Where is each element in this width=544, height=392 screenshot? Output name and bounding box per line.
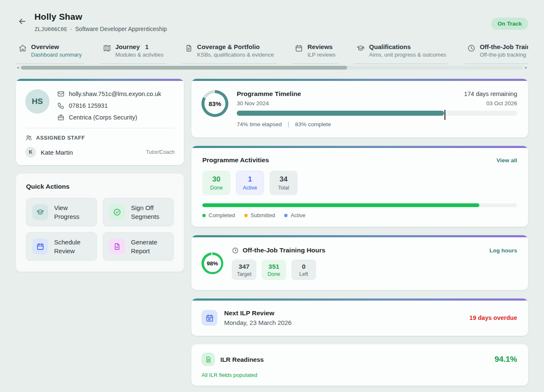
scrollbar-thumb[interactable] bbox=[21, 66, 348, 70]
stat-label: Done bbox=[268, 271, 280, 277]
subtitle-separator: · bbox=[70, 26, 72, 32]
tab-sublabel: ILP reviews bbox=[307, 52, 335, 58]
programme-name: Software Developer Apprenticeship bbox=[75, 26, 167, 32]
completed-dot bbox=[202, 214, 206, 217]
view-progress-button[interactable]: View Progress bbox=[26, 198, 97, 226]
graduation-cap-icon bbox=[356, 44, 365, 52]
calendar-check-icon bbox=[201, 310, 217, 326]
calendar-icon bbox=[32, 239, 48, 254]
stat-value: 351 bbox=[269, 263, 280, 270]
employer-row: Centrica (Corps Security) bbox=[57, 114, 161, 121]
arrow-left-icon bbox=[18, 17, 27, 26]
generate-report-button[interactable]: Generate Report bbox=[103, 232, 174, 261]
programme-activities-card: Programme Activities View all 30 Done 1 … bbox=[191, 146, 528, 227]
quick-actions-title: Quick Actions bbox=[26, 183, 174, 190]
learner-code: ZLJU006C0E bbox=[34, 26, 67, 32]
stat-value: 347 bbox=[239, 263, 250, 270]
assigned-staff-label: ASSIGNED STAFF bbox=[36, 135, 85, 141]
assigned-staff-heading: ASSIGNED STAFF bbox=[25, 134, 175, 141]
activities-title: Programme Activities bbox=[202, 156, 269, 164]
tab-coverage-portfolio[interactable]: Coverage & Portfolio KSBs, qualification… bbox=[182, 42, 277, 64]
log-hours-link[interactable]: Log hours bbox=[489, 247, 517, 254]
today-marker bbox=[445, 110, 445, 120]
learner-employer: Centrica (Corps Security) bbox=[69, 114, 137, 121]
schedule-review-button[interactable]: Schedule Review bbox=[26, 232, 97, 261]
legend-label: Submitted bbox=[251, 212, 275, 218]
days-remaining: 174 days remaining bbox=[464, 91, 517, 97]
stat-label: Left bbox=[299, 271, 308, 277]
stat-total: 34 Total bbox=[269, 171, 298, 195]
otj-percent: 98% bbox=[204, 255, 221, 272]
tab-sublabel: Dashboard summary bbox=[31, 52, 82, 58]
timeline-title: Programme Timeline bbox=[237, 90, 301, 98]
tab-label: Journey bbox=[115, 43, 140, 50]
button-label: Generate Report bbox=[131, 238, 167, 255]
tab-label: Coverage & Portfolio bbox=[197, 43, 260, 50]
ilr-note: All ILR fields populated bbox=[201, 372, 517, 378]
legend-label: Active bbox=[290, 212, 305, 218]
scrollbar-track[interactable] bbox=[21, 66, 523, 70]
complete-label: 83% complete bbox=[295, 121, 331, 127]
back-button[interactable] bbox=[16, 15, 29, 28]
document-icon bbox=[185, 44, 193, 52]
legend-label: Completed bbox=[209, 212, 235, 218]
timeline-progress-donut: 83% bbox=[201, 90, 228, 117]
learner-avatar: HS bbox=[25, 89, 50, 114]
calendar-icon bbox=[295, 44, 303, 52]
divider bbox=[25, 128, 175, 128]
stat-label: Done bbox=[210, 185, 223, 191]
report-file-icon bbox=[109, 239, 125, 254]
tab-reviews[interactable]: Reviews ILP reviews bbox=[292, 42, 338, 64]
phone-icon bbox=[57, 102, 65, 109]
time-elapsed-label: 74% time elapsed bbox=[237, 121, 282, 127]
ilp-review-title: Next ILP Review bbox=[224, 309, 463, 317]
ilp-review-date: Monday, 23 March 2026 bbox=[224, 319, 463, 326]
learner-phone: 07816 125931 bbox=[69, 102, 108, 109]
submitted-dot bbox=[244, 214, 248, 217]
tab-sublabel: KSBs, qualifications & evidence bbox=[197, 52, 274, 58]
ilr-title: ILR Readiness bbox=[220, 356, 489, 363]
active-dot bbox=[284, 214, 288, 217]
tab-qualifications[interactable]: Qualifications Aims, unit progress & out… bbox=[354, 42, 449, 64]
otj-left-tile: 0 Left bbox=[291, 260, 316, 280]
clock-icon bbox=[467, 44, 476, 52]
timeline-progress-fill bbox=[237, 111, 444, 116]
view-all-link[interactable]: View all bbox=[497, 157, 517, 164]
learner-dashboard-page: Holly Shaw ZLJU006C0E · Software Develop… bbox=[0, 0, 544, 392]
activities-legend: Completed Submitted Active bbox=[202, 212, 517, 218]
ilr-file-icon bbox=[201, 353, 215, 366]
tab-label: Qualifications bbox=[369, 43, 411, 50]
end-date: 03 Oct 2026 bbox=[486, 100, 517, 106]
page-header: Holly Shaw ZLJU006C0E · Software Develop… bbox=[16, 12, 528, 32]
tab-off-the-job-training[interactable]: Off-the-Job Training Off-the-job trackin… bbox=[465, 42, 528, 64]
tab-label: Reviews bbox=[307, 43, 332, 50]
scroll-left-arrow[interactable]: ◄ bbox=[16, 65, 20, 70]
tab-overview[interactable]: Overview Dashboard summary bbox=[16, 42, 84, 64]
otj-title: Off-the-Job Training Hours bbox=[243, 247, 325, 254]
next-ilp-review-card: Next ILP Review Monday, 23 March 2026 19… bbox=[191, 299, 528, 336]
sign-off-segments-button[interactable]: Sign Off Segments bbox=[103, 198, 174, 226]
scroll-right-arrow[interactable]: ► bbox=[524, 65, 528, 70]
home-icon bbox=[18, 44, 27, 52]
learner-name: Holly Shaw bbox=[34, 12, 491, 22]
start-date: 30 Nov 2024 bbox=[237, 100, 269, 106]
button-label: View Progress bbox=[54, 203, 91, 221]
stat-label: Target bbox=[237, 271, 251, 277]
learner-subtitle: ZLJU006C0E · Software Developer Apprenti… bbox=[34, 26, 491, 32]
staff-row[interactable]: K Kate Martin Tutor/Coach bbox=[25, 147, 175, 158]
profile-card: HS holly.shaw.751c@lms.exyon.co.uk bbox=[16, 79, 184, 165]
button-label: Schedule Review bbox=[54, 238, 91, 255]
activities-progress-fill bbox=[202, 203, 479, 207]
users-icon bbox=[25, 134, 32, 141]
stat-value: 1 bbox=[248, 175, 252, 184]
timeline-progress-bar bbox=[237, 111, 517, 116]
staff-role: Tutor/Coach bbox=[146, 149, 175, 155]
staff-name: Kate Martin bbox=[41, 149, 141, 156]
stat-label: Total bbox=[278, 185, 289, 191]
stat-active: 1 Active bbox=[236, 171, 264, 195]
check-circle-icon bbox=[109, 204, 125, 220]
staff-avatar: K bbox=[25, 147, 36, 158]
programme-timeline-card: 83% Programme Timeline 174 days remainin… bbox=[191, 79, 528, 138]
tab-journey[interactable]: Journey 1 Modules & activities bbox=[100, 42, 166, 64]
button-label: Sign Off Segments bbox=[131, 203, 167, 221]
